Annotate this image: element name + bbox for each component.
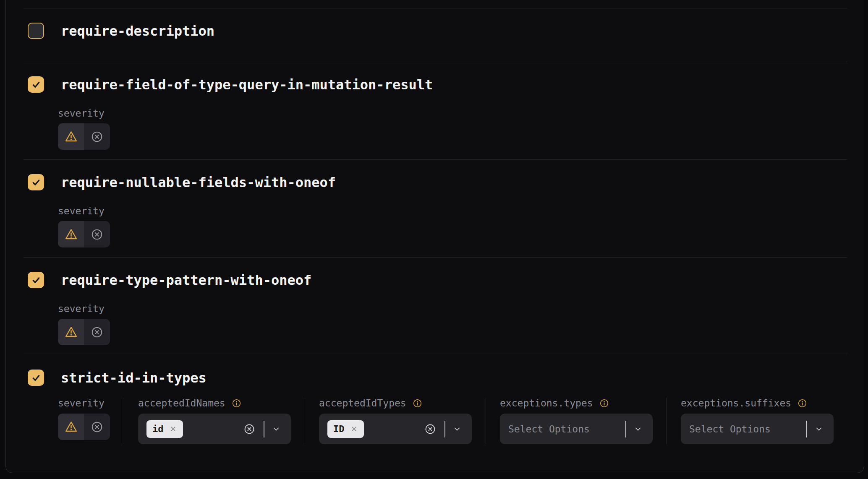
selected-tag: ID xyxy=(327,420,364,438)
section-divider xyxy=(305,398,305,444)
severity-off-button[interactable] xyxy=(84,319,110,345)
warning-triangle-icon xyxy=(65,130,78,143)
exceptions-types-multiselect[interactable]: Select Options xyxy=(500,414,653,444)
option-label: acceptedIdTypes xyxy=(319,398,406,409)
clear-all-icon[interactable] xyxy=(243,423,255,435)
rule-title: require-type-pattern-with-oneof xyxy=(61,272,311,288)
x-circle-icon xyxy=(91,130,103,143)
option-label: exceptions.types xyxy=(500,398,593,409)
acceptedIdNames-multiselect[interactable]: id xyxy=(138,414,291,444)
warning-triangle-icon xyxy=(65,325,78,338)
select-separator xyxy=(444,421,445,437)
select-separator xyxy=(264,421,264,437)
severity-toggle-group xyxy=(58,319,110,345)
severity-off-button[interactable] xyxy=(84,221,110,247)
severity-warn-button[interactable] xyxy=(58,414,84,440)
rule-checkbox[interactable] xyxy=(28,76,44,93)
rule-row-require-description: require-description xyxy=(24,8,847,62)
rule-title: require-nullable-fields-with-oneof xyxy=(61,174,336,190)
rules-config-panel: require-description require-field-of-typ… xyxy=(5,0,864,473)
selected-tag: id xyxy=(146,420,183,438)
info-circle-icon[interactable] xyxy=(413,398,422,408)
rule-row-strict-id-in-types: strict-id-in-types severity xyxy=(24,355,847,474)
option-label: exceptions.suffixes xyxy=(681,398,791,409)
option-section-acceptedIdNames: acceptedIdNames id xyxy=(138,398,291,444)
rule-checkbox[interactable] xyxy=(28,23,44,39)
info-circle-icon[interactable] xyxy=(232,398,241,408)
severity-warn-button[interactable] xyxy=(58,221,84,247)
rules-list: require-description require-field-of-typ… xyxy=(24,8,847,474)
tag-label: ID xyxy=(333,424,345,434)
severity-label: severity xyxy=(58,108,847,119)
checkmark-icon xyxy=(31,275,41,285)
section-divider xyxy=(667,398,667,444)
severity-label: severity xyxy=(58,206,847,216)
x-mark-icon[interactable] xyxy=(350,425,358,433)
tag-label: id xyxy=(152,424,164,434)
severity-off-button[interactable] xyxy=(84,414,110,440)
rule-title: require-field-of-type-query-in-mutation-… xyxy=(61,77,433,93)
rule-title: require-description xyxy=(61,23,214,39)
info-circle-icon[interactable] xyxy=(599,398,609,408)
option-label: acceptedIdNames xyxy=(138,398,225,409)
rule-row-require-nullable-fields-with-oneof: require-nullable-fields-with-oneof sever… xyxy=(24,159,847,257)
severity-label: severity xyxy=(58,303,847,314)
chevron-down-icon[interactable] xyxy=(452,424,462,434)
severity-off-button[interactable] xyxy=(84,123,110,150)
option-section-exceptions-types: exceptions.types Select Options xyxy=(500,398,653,444)
acceptedIdTypes-multiselect[interactable]: ID xyxy=(319,414,472,444)
rule-checkbox[interactable] xyxy=(28,370,44,386)
severity-warn-button[interactable] xyxy=(58,319,84,345)
checkmark-icon xyxy=(31,177,41,187)
severity-warn-button[interactable] xyxy=(58,123,84,150)
checkmark-icon xyxy=(31,373,41,383)
rule-row-require-field-of-type-query-in-mutation-result: require-field-of-type-query-in-mutation-… xyxy=(24,62,847,159)
select-separator xyxy=(625,421,626,437)
rule-row-require-type-pattern-with-oneof: require-type-pattern-with-oneof severity xyxy=(24,257,847,355)
rule-checkbox[interactable] xyxy=(28,174,44,190)
warning-triangle-icon xyxy=(65,420,78,433)
chevron-down-icon[interactable] xyxy=(814,424,824,434)
option-section-severity: severity xyxy=(58,398,110,444)
chevron-down-icon[interactable] xyxy=(633,424,643,434)
warning-triangle-icon xyxy=(65,228,78,241)
rule-checkbox[interactable] xyxy=(28,272,44,288)
severity-toggle-group xyxy=(58,414,110,440)
section-divider xyxy=(124,398,124,444)
select-separator xyxy=(806,421,807,437)
select-placeholder: Select Options xyxy=(508,424,590,435)
x-mark-icon[interactable] xyxy=(169,425,177,433)
exceptions-suffixes-multiselect[interactable]: Select Options xyxy=(681,414,834,444)
option-section-acceptedIdTypes: acceptedIdTypes ID xyxy=(319,398,472,444)
select-placeholder: Select Options xyxy=(689,424,771,435)
severity-toggle-group xyxy=(58,123,110,150)
rule-options-bar: severity acceptedIdNames xyxy=(58,398,847,444)
severity-label: severity xyxy=(58,398,105,409)
x-circle-icon xyxy=(91,228,103,241)
x-circle-icon xyxy=(91,421,103,433)
severity-toggle-group xyxy=(58,221,110,247)
checkmark-icon xyxy=(31,80,41,90)
rule-title: strict-id-in-types xyxy=(61,370,207,386)
info-circle-icon[interactable] xyxy=(797,398,807,408)
section-divider xyxy=(486,398,486,444)
chevron-down-icon[interactable] xyxy=(272,424,281,434)
option-section-exceptions-suffixes: exceptions.suffixes Select Options xyxy=(681,398,834,444)
clear-all-icon[interactable] xyxy=(424,423,436,435)
x-circle-icon xyxy=(91,326,103,338)
